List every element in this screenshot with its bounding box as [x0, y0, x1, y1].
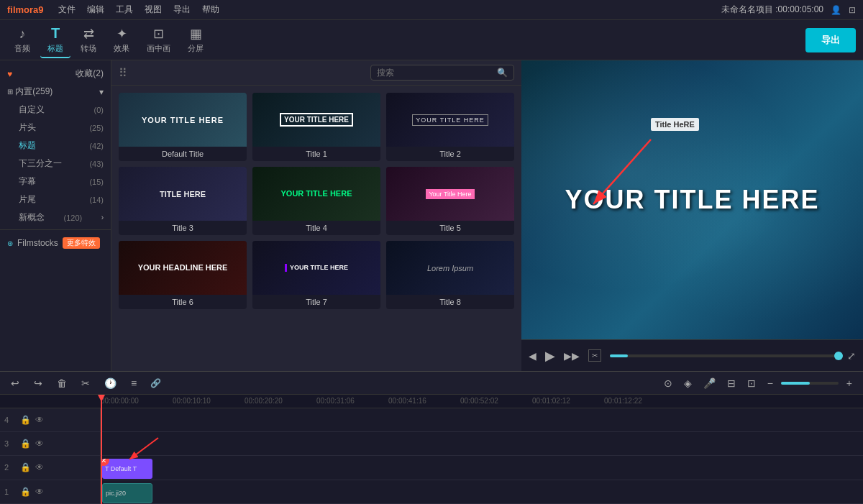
link-icon[interactable]: 🔗 — [150, 378, 161, 388]
menu-help[interactable]: 帮助 — [202, 4, 219, 16]
title-thumb-7: YOUR TITLE HERE — [252, 241, 380, 295]
sidebar-custom-label: 自定义 — [19, 104, 45, 116]
title-grid-area: ⠿ 🔍 YOUR TITLE HERE Default Title YOUR T… — [111, 60, 521, 371]
app-logo: filmora9 — [7, 4, 44, 15]
toolbar-effect-label: 效果 — [114, 43, 129, 54]
filmstock-item[interactable]: ⊛ Filmstocks 更多特效 — [0, 233, 111, 253]
menu-tools[interactable]: 工具 — [116, 4, 133, 16]
sidebar-subtitle[interactable]: 字幕 (15) — [12, 173, 111, 191]
track-2-lock-icon[interactable]: 🔒 — [20, 462, 31, 472]
sidebar-outro-count: (14) — [89, 196, 104, 204]
tl-pip-button[interactable]: ⊡ — [744, 375, 759, 391]
user-icon[interactable]: 👤 — [831, 5, 841, 15]
toolbar-effect[interactable]: ✦ 效果 — [106, 23, 137, 57]
sidebar-favorites[interactable]: ♥ 收藏(2) — [0, 65, 111, 83]
sidebar-intro[interactable]: 片头 (25) — [12, 119, 111, 137]
tl-mic-button[interactable]: 🎤 — [700, 375, 719, 391]
title-card-2[interactable]: YOUR TITLE HERE Title 2 — [386, 93, 514, 161]
sidebar-builtin[interactable]: ⊞ 内置(259) ▾ — [0, 83, 111, 101]
toolbar-audio[interactable]: ♪ 音频 — [7, 24, 37, 57]
track-2-area[interactable]: ✕ T Default T — [101, 456, 863, 479]
track-3-lock-icon[interactable]: 🔒 — [20, 439, 31, 449]
timer-button[interactable]: 🕐 — [101, 375, 120, 391]
tl-zoom-in-button[interactable]: + — [843, 375, 856, 391]
grid-view-icon[interactable]: ⠿ — [119, 66, 127, 80]
track-1-eye-icon[interactable]: 👁 — [35, 487, 44, 497]
annotation-label: Title HeRE — [651, 118, 699, 131]
title-card-6[interactable]: YOUR HEADLINE HERE Title 6 — [119, 241, 247, 309]
track-1-area[interactable]: pic.ji20 — [101, 480, 863, 503]
title-card-1-label: Title 1 — [252, 147, 380, 161]
progress-bar[interactable] — [610, 354, 839, 357]
undo-button[interactable]: ↩ — [7, 375, 23, 391]
title-card-5[interactable]: Your Title Here Title 5 — [386, 167, 514, 235]
track-4-lock-icon[interactable]: 🔒 — [20, 415, 31, 425]
skip-forward-button[interactable]: ▶▶ — [564, 350, 580, 362]
menu-edit[interactable]: 编辑 — [87, 4, 104, 16]
track-4-area[interactable] — [101, 408, 863, 431]
title-card-1[interactable]: YOUR TITLE HERE Title 1 — [252, 93, 380, 161]
track-2-num: 2 — [4, 463, 16, 472]
preview-video: YOUR TITLE HERE Title HeRE — [521, 60, 863, 339]
play-button[interactable]: ▶ — [545, 348, 555, 364]
title-clip[interactable]: ✕ T Default T — [102, 459, 152, 479]
title-card-7[interactable]: YOUR TITLE HERE Title 7 — [252, 241, 380, 309]
sidebar-title[interactable]: 标题 (42) — [12, 137, 111, 155]
title-card-4[interactable]: YOUR TITLE HERE Title 4 — [252, 167, 380, 235]
track-1-num: 1 — [4, 487, 16, 496]
thumb-text-1: YOUR TITLE HERE — [280, 113, 353, 127]
track-1-lock-icon[interactable]: 🔒 — [20, 487, 31, 497]
window-icon[interactable]: ⊡ — [849, 5, 856, 15]
redo-button[interactable]: ↪ — [30, 375, 46, 391]
title-card-8[interactable]: Lorem Ipsum Title 8 — [386, 241, 514, 309]
sidebar-lower-third[interactable]: 下三分之一 (43) — [12, 155, 111, 173]
split-icon: ▦ — [190, 26, 202, 42]
title-card-default[interactable]: YOUR TITLE HERE Default Title — [119, 93, 247, 161]
timeline-toolbar: ↩ ↪ 🗑 ✂ 🕐 ≡ 🔗 ⊙ ◈ 🎤 ⊟ ⊡ − + — [0, 372, 863, 395]
search-input[interactable] — [377, 68, 493, 78]
sidebar-custom[interactable]: 自定义 (0) — [12, 101, 111, 119]
title-thumb-default: YOUR TITLE HERE — [119, 93, 247, 147]
toolbar-title[interactable]: T 标题 — [40, 22, 70, 58]
sidebar-new-concept[interactable]: 新概念 (120) › — [12, 209, 111, 226]
filmstock-label: Filmstocks — [17, 238, 58, 248]
project-info: 未命名名项目 :00:00:05:00 — [721, 4, 823, 16]
menu-export[interactable]: 导出 — [173, 4, 191, 16]
track-3-eye-icon[interactable]: 👁 — [35, 439, 44, 449]
sidebar-outro[interactable]: 片尾 (14) — [12, 191, 111, 209]
more-badge[interactable]: 更多特效 — [63, 237, 100, 249]
settings-button[interactable]: ≡ — [127, 375, 140, 391]
video-clip[interactable]: pic.ji20 — [102, 483, 152, 503]
preview-area: YOUR TITLE HERE Title HeRE ◀ ▶ ▶▶ ✂ ⤢ — [521, 60, 863, 371]
search-icon: 🔍 — [497, 68, 508, 78]
tl-color-button[interactable]: ◈ — [680, 375, 695, 391]
toolbar-transition[interactable]: ⇄ 转场 — [73, 23, 104, 57]
toolbar-split[interactable]: ▦ 分屏 — [181, 23, 211, 57]
grid-header: ⠿ 🔍 — [111, 60, 521, 86]
title-card-3[interactable]: TITLE HERE Title 3 — [119, 167, 247, 235]
thumb-text-2: YOUR TITLE HERE — [412, 114, 488, 126]
toolbar-pip[interactable]: ⊡ 画中画 — [140, 23, 178, 57]
tl-subtitle-button[interactable]: ⊟ — [723, 375, 739, 391]
fullscreen-button[interactable]: ⤢ — [847, 350, 856, 362]
toolbar-pip-label: 画中画 — [147, 43, 170, 54]
cut-timeline-button[interactable]: ✂ — [78, 375, 93, 391]
menu-view[interactable]: 视图 — [145, 4, 162, 16]
zoom-slider[interactable] — [781, 382, 839, 385]
delete-button[interactable]: 🗑 — [53, 375, 70, 391]
toolbar-transition-label: 转场 — [81, 43, 96, 54]
sidebar-divider — [0, 229, 111, 230]
skip-back-button[interactable]: ◀ — [529, 350, 536, 362]
track-4-eye-icon[interactable]: 👁 — [35, 415, 44, 425]
export-button[interactable]: 导出 — [805, 28, 856, 52]
title-icon: T — [51, 25, 60, 42]
track-3-area[interactable] — [101, 432, 863, 455]
sidebar-builtin-label: ⊞ 内置(259) — [7, 86, 52, 98]
track-2-eye-icon[interactable]: 👁 — [35, 462, 44, 472]
menu-file[interactable]: 文件 — [58, 4, 76, 16]
thumb-text-3: TITLE HERE — [160, 190, 206, 198]
tl-zoom-out-button[interactable]: − — [764, 375, 777, 391]
thumb-text-6: YOUR HEADLINE HERE — [138, 263, 228, 272]
cut-button[interactable]: ✂ — [588, 349, 601, 362]
tl-motion-button[interactable]: ⊙ — [660, 375, 676, 391]
